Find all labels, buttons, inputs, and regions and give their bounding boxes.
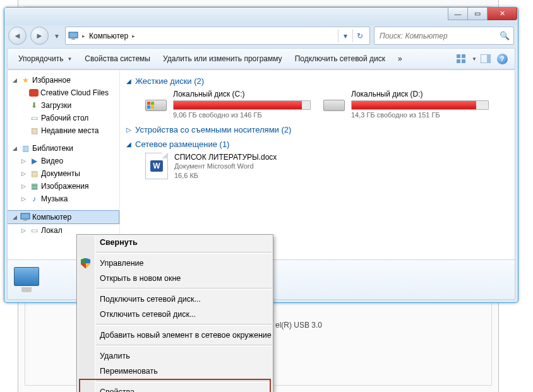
system-properties-button[interactable]: Свойства системы bbox=[79, 52, 156, 66]
ctx-item-properties[interactable]: Свойства bbox=[77, 384, 273, 392]
svg-rect-5 bbox=[462, 59, 465, 63]
pane-icon bbox=[481, 54, 491, 63]
computer-large-icon bbox=[13, 267, 40, 292]
sidebar-item-label: Рабочий стол bbox=[41, 114, 88, 122]
sidebar-item-label: Музыка bbox=[41, 194, 68, 203]
computer-icon bbox=[20, 212, 30, 222]
chevron-down-icon: ▼ bbox=[67, 56, 72, 62]
sidebar-item-label: Изображения bbox=[41, 182, 88, 191]
libraries-icon: ▥ bbox=[20, 143, 30, 153]
refresh-button[interactable]: ↻ bbox=[352, 29, 367, 42]
svg-rect-3 bbox=[462, 54, 465, 58]
ctx-item-collapse[interactable]: Свернуть bbox=[77, 235, 273, 250]
nav-forward-button[interactable]: ► bbox=[30, 27, 49, 45]
uninstall-program-button[interactable]: Удалить или изменить программу bbox=[157, 52, 288, 66]
sidebar-item-images[interactable]: ▷▦ Изображения bbox=[8, 180, 119, 193]
organize-menu[interactable]: Упорядочить▼ bbox=[13, 52, 78, 66]
collapse-icon[interactable]: ◢ bbox=[126, 141, 131, 148]
ctx-item-map-drive[interactable]: Подключить сетевой диск... bbox=[77, 292, 273, 307]
svg-rect-8 bbox=[21, 213, 30, 219]
sidebar-item-favorites[interactable]: ◢ ★ Избранное bbox=[8, 74, 119, 86]
expand-icon[interactable]: ▷ bbox=[20, 170, 27, 177]
search-input[interactable] bbox=[378, 31, 500, 41]
file-size: 16,6 КБ bbox=[174, 171, 277, 181]
disk-icon: ▭ bbox=[29, 225, 39, 235]
sidebar-item-recent[interactable]: ▤ Недавние места bbox=[8, 124, 119, 137]
sidebar-item-label: Загрузки bbox=[41, 101, 71, 110]
nav-back-button[interactable]: ◄ bbox=[8, 27, 27, 45]
ctx-item-add-network-place[interactable]: Добавить новый элемент в сетевое окружен… bbox=[77, 328, 273, 343]
sidebar-item-video[interactable]: ▷▶ Видео bbox=[8, 155, 119, 167]
section-title: Устройства со съемными носителями (2) bbox=[135, 125, 291, 134]
sidebar-item-downloads[interactable]: ⬇ Загрузки bbox=[8, 99, 119, 112]
recent-icon: ▤ bbox=[29, 126, 39, 136]
drive-d[interactable]: Локальный диск (D:) 14,3 ГБ свободно из … bbox=[323, 90, 488, 119]
sidebar-item-label: Видео bbox=[41, 157, 63, 165]
drive-icon bbox=[323, 90, 345, 111]
ctx-item-open-new-window[interactable]: Открыть в новом окне bbox=[77, 271, 273, 286]
context-menu-separator bbox=[96, 324, 272, 326]
sidebar-item-label: Creative Cloud Files bbox=[40, 88, 109, 97]
help-button[interactable]: ? bbox=[494, 51, 510, 66]
ctx-item-unmap-drive[interactable]: Отключить сетевой диск... bbox=[77, 307, 273, 322]
ctx-item-manage[interactable]: Управление bbox=[77, 256, 273, 271]
section-header-hdd[interactable]: ◢ Жесткие диски (2) bbox=[126, 76, 508, 86]
sidebar-item-documents[interactable]: ▷▤ Документы bbox=[8, 167, 119, 180]
chevron-right-icon[interactable]: ▸ bbox=[131, 33, 136, 39]
titlebar[interactable]: — ▭ ✕ bbox=[4, 8, 518, 25]
music-icon: ♪ bbox=[29, 194, 39, 204]
expand-icon[interactable]: ▷ bbox=[20, 227, 27, 234]
drive-name: Локальный диск (C:) bbox=[173, 90, 309, 98]
maximize-button[interactable]: ▭ bbox=[468, 8, 488, 20]
sidebar-item-libraries[interactable]: ◢ ▥ Библиотеки bbox=[8, 142, 119, 155]
sidebar-item-desktop[interactable]: ▭ Рабочий стол bbox=[8, 112, 119, 124]
nav-history-dropdown[interactable]: ▾ bbox=[52, 27, 61, 45]
collapse-icon[interactable]: ◢ bbox=[11, 145, 18, 151]
ctx-item-rename[interactable]: Переименовать bbox=[77, 364, 273, 379]
chevron-down-icon[interactable]: ▼ bbox=[472, 56, 477, 62]
sidebar-item-label: Локал bbox=[41, 226, 63, 235]
sidebar-item-music[interactable]: ▷♪ Музыка bbox=[8, 193, 119, 205]
word-document-icon: W bbox=[145, 153, 168, 179]
sidebar-item-computer[interactable]: ◢ Компьютер bbox=[8, 210, 119, 224]
documents-icon: ▤ bbox=[29, 169, 39, 179]
sidebar-item-creative-cloud[interactable]: Creative Cloud Files bbox=[8, 86, 119, 99]
capacity-bar bbox=[173, 100, 311, 110]
expand-icon[interactable]: ▷ bbox=[20, 196, 27, 202]
svg-rect-1 bbox=[71, 39, 75, 40]
expand-icon[interactable]: ▷ bbox=[126, 126, 131, 133]
map-network-drive-button[interactable]: Подключить сетевой диск bbox=[289, 52, 391, 66]
images-icon: ▦ bbox=[29, 181, 39, 191]
sidebar-item-label: Компьютер bbox=[32, 213, 71, 222]
breadcrumb[interactable]: ▸ Компьютер ▸ ▾ ↻ bbox=[65, 27, 370, 45]
breadcrumb-location[interactable]: Компьютер bbox=[89, 32, 128, 40]
view-options-button[interactable] bbox=[454, 51, 469, 66]
search-icon[interactable]: 🔍 bbox=[500, 31, 510, 40]
minimize-button[interactable]: — bbox=[448, 8, 468, 20]
drive-c[interactable]: Локальный диск (C:) 9,06 ГБ свободно из … bbox=[145, 90, 309, 119]
drive-subtext: 9,06 ГБ свободно из 146 ГБ bbox=[173, 111, 309, 119]
context-menu-separator bbox=[96, 345, 272, 347]
video-icon: ▶ bbox=[29, 156, 39, 166]
toolbar-overflow-button[interactable]: » bbox=[392, 52, 408, 66]
preview-pane-button[interactable] bbox=[478, 51, 493, 66]
collapse-icon[interactable]: ◢ bbox=[126, 78, 131, 85]
collapse-icon[interactable]: ◢ bbox=[11, 77, 18, 83]
windows-logo-icon bbox=[147, 102, 155, 109]
creative-cloud-icon bbox=[29, 89, 39, 97]
expand-icon[interactable]: ▷ bbox=[20, 158, 27, 164]
svg-rect-2 bbox=[457, 54, 460, 58]
context-menu-separator bbox=[96, 288, 272, 290]
close-button[interactable]: ✕ bbox=[488, 8, 517, 20]
section-header-removable[interactable]: ▷ Устройства со съемными носителями (2) bbox=[126, 125, 508, 134]
context-menu-separator bbox=[96, 252, 272, 254]
toolbar: Упорядочить▼ Свойства системы Удалить ил… bbox=[7, 48, 515, 69]
section-header-network[interactable]: ◢ Сетевое размещение (1) bbox=[126, 140, 508, 149]
ctx-item-delete[interactable]: Удалить bbox=[77, 348, 273, 364]
expand-icon[interactable]: ▷ bbox=[20, 183, 27, 189]
collapse-icon[interactable]: ◢ bbox=[11, 214, 18, 220]
section-title: Сетевое размещение (1) bbox=[135, 140, 229, 149]
search-box[interactable]: 🔍 bbox=[374, 27, 514, 45]
breadcrumb-dropdown[interactable]: ▾ bbox=[338, 29, 352, 42]
file-item-docx[interactable]: W СПИСОК ЛИТЕРАТУРЫ.docx Документ Micros… bbox=[145, 153, 508, 181]
